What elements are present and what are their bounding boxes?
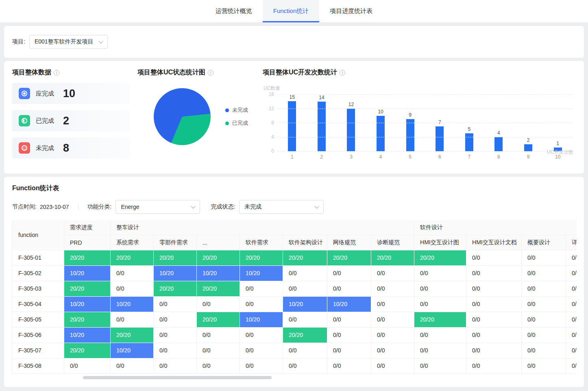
stat-row: 未完成8 [12, 137, 130, 159]
progress-cell: 0/0 [154, 296, 197, 312]
tab-1[interactable]: 运营统计概览 [205, 0, 263, 22]
chevron-down-icon [191, 204, 196, 209]
bar [494, 137, 503, 151]
bar-y-axis-name: UC数量 [264, 85, 576, 92]
x-axis-tick: 1 [277, 154, 307, 160]
legend-item[interactable]: 未完成 [225, 106, 248, 114]
info-icon[interactable]: i [340, 70, 345, 76]
progress-cell: 0/0 [466, 358, 522, 374]
function-id-cell: F-305-02 [13, 265, 64, 281]
progress-cell: 20/20 [327, 250, 371, 265]
progress-cell: 0/0 [522, 327, 566, 343]
progress-cell: 0/0 [111, 265, 154, 281]
bar-value-label: 15 [290, 94, 295, 100]
info-icon[interactable]: i [208, 70, 213, 76]
stat-row: 已完成2 [12, 110, 130, 131]
project-filter-card: 项目: E001整车软件开发项目 [4, 26, 584, 58]
function-id-cell: F-305-01 [13, 250, 64, 265]
progress-cell: 10/20 [154, 265, 197, 281]
progress-cell: 0/0 [371, 312, 414, 327]
bar-value-label: 14 [319, 95, 324, 100]
project-select[interactable]: E001整车软件开发项目 [29, 35, 108, 49]
bar [524, 144, 532, 152]
progress-cell: 10/20 [327, 296, 371, 312]
x-axis-tick: 9 [514, 154, 543, 160]
column-header: PRD [64, 235, 111, 250]
progress-circle-icon [19, 115, 30, 126]
table-header-row: PRD系统需求零部件需求...软件需求软件架构设计网络规范诊断规范HMI交互设计… [13, 235, 577, 250]
bar [347, 109, 355, 151]
progress-cell: 0/0 [371, 265, 414, 281]
legend-item[interactable]: 已完成 [225, 119, 248, 127]
progress-cell: 0/0 [111, 358, 154, 374]
stat-row: 应完成10 [12, 83, 130, 104]
progress-cell: 0/0 [566, 250, 577, 265]
progress-cell: 0/0 [414, 343, 466, 358]
divider [78, 204, 78, 210]
horizontal-scrollbar [12, 376, 576, 380]
progress-cell: 0/0 [154, 312, 197, 327]
progress-cell: 0/0 [240, 358, 283, 374]
y-axis-tick: 0 [271, 148, 274, 154]
progress-cell: 0/0 [111, 312, 154, 327]
column-header: 软件需求 [240, 235, 283, 250]
category-select[interactable]: Energe [115, 200, 200, 214]
uc-dev-count-panel: 项目整体UC开发次数统计 i UC数量 15141210975421 16128… [260, 68, 576, 165]
overview-card: 项目整体数据 i 应完成10已完成2未完成8 项目整体UC状态统计图 i 未完成… [4, 61, 584, 174]
progress-cell: 10/20 [197, 265, 240, 281]
table-row: F-305-0610/2020/200/00/00/020/200/00/00/… [13, 327, 577, 343]
tab-2[interactable]: Function统计 [263, 0, 320, 22]
progress-cell: 10/20 [111, 296, 154, 312]
progress-cell: 20/20 [111, 327, 154, 343]
column-group-header: 需求进度 [64, 220, 111, 235]
project-select-value: E001整车软件开发项目 [35, 38, 94, 46]
table-group-header-row: function需求进度整车设计软件设计 [13, 220, 577, 235]
column-header: 网络规范 [327, 235, 371, 250]
progress-cell: 0/0 [64, 358, 111, 374]
progress-cell: 0/0 [414, 281, 466, 296]
progress-cell: 0/0 [566, 343, 577, 358]
tab-3[interactable]: 项目进度统计表 [319, 0, 383, 22]
progress-cell: 20/20 [240, 250, 283, 265]
column-header: 零部件需求 [154, 235, 197, 250]
progress-cell: 0/0 [566, 296, 577, 312]
horizontal-scrollbar-thumb[interactable] [83, 376, 272, 379]
progress-cell: 0/0 [566, 358, 577, 374]
status-select[interactable]: 未完成 [239, 200, 324, 214]
progress-cell: 0/0 [327, 327, 371, 343]
function-table-wrap: function需求进度整车设计软件设计PRD系统需求零部件需求...软件需求软… [12, 220, 577, 374]
pie-legend: 未完成已完成 [225, 101, 248, 133]
gridline [277, 94, 573, 95]
bar-value-label: 10 [378, 109, 383, 115]
uc-dev-count-title: 项目整体UC开发次数统计 i [263, 68, 576, 77]
progress-cell: 0/0 [283, 358, 327, 374]
progress-cell: 10/20 [64, 265, 111, 281]
progress-cell: 0/0 [283, 312, 327, 327]
progress-cell: 20/20 [414, 312, 466, 327]
legend-dot-icon [225, 109, 229, 112]
progress-cell: 0/0 [522, 296, 566, 312]
y-axis-tick: 12 [269, 106, 274, 111]
progress-cell: 0/0 [566, 281, 577, 296]
progress-cell: 0/0 [414, 296, 466, 312]
progress-cell: 0/0 [466, 312, 522, 327]
column-header: 软件架构设计 [283, 235, 327, 250]
progress-cell: 20/20 [154, 281, 197, 296]
progress-cell: 20/20 [283, 327, 327, 343]
progress-cell: 20/20 [197, 250, 240, 265]
progress-cell: 20/20 [154, 250, 197, 265]
info-icon[interactable]: i [54, 70, 59, 76]
function-table-card: Function统计表 节点时间: 2023-10-07 功能分类: Energ… [4, 177, 584, 387]
column-group-header: 整车设计 [111, 220, 414, 235]
table-filters: 节点时间: 2023-10-07 功能分类: Energe 完成状态: 未完成 [12, 200, 576, 214]
function-id-cell: F-305-08 [13, 358, 64, 374]
function-id-cell: F-305-05 [13, 312, 64, 327]
x-axis-tick: 4 [366, 154, 396, 160]
progress-cell: 0/0 [466, 296, 522, 312]
progress-cell: 0/0 [566, 312, 577, 327]
bar-x-axis-labels: 12345678910 [277, 154, 573, 160]
category-select-value: Energe [121, 204, 139, 210]
stats-list: 应完成10已完成2未完成8 [12, 83, 134, 159]
x-axis-tick: 7 [455, 154, 484, 160]
x-axis-tick: 5 [395, 154, 425, 160]
